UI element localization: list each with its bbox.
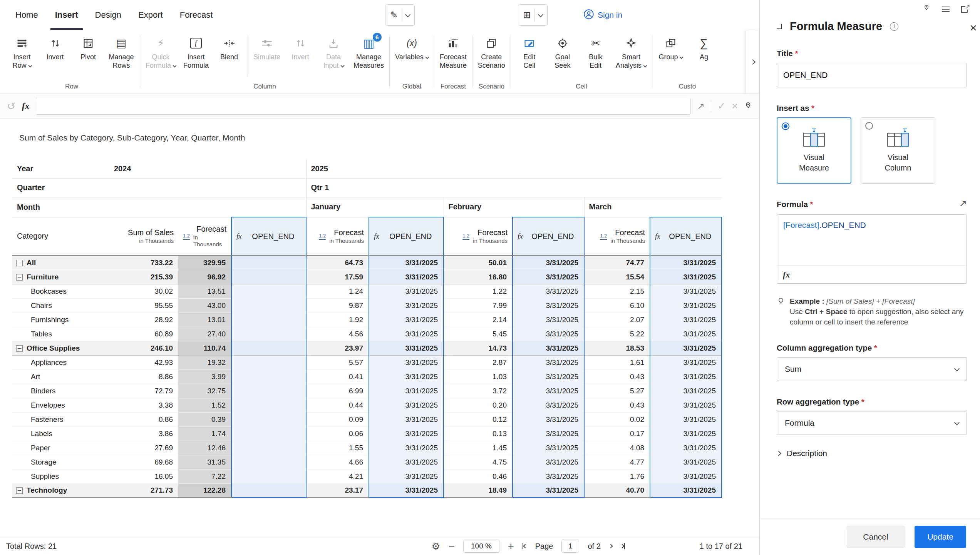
cell[interactable]: 3/31/2025 bbox=[369, 355, 444, 369]
cell[interactable] bbox=[231, 455, 306, 469]
row-label[interactable]: Binders bbox=[12, 384, 109, 398]
cell[interactable]: 6.99 bbox=[306, 384, 369, 398]
cell[interactable]: 3/31/2025 bbox=[650, 426, 722, 441]
last-page-button[interactable] bbox=[621, 543, 625, 549]
cell[interactable]: 12.46 bbox=[178, 441, 231, 455]
collapse-toggle-icon[interactable] bbox=[16, 345, 23, 352]
cell[interactable]: 1.52 bbox=[178, 398, 231, 412]
cell[interactable]: 18.49 bbox=[444, 483, 513, 498]
cell[interactable]: 3/31/2025 bbox=[369, 469, 444, 483]
edit-cell-button[interactable]: EditCell bbox=[513, 32, 546, 70]
page-number-input[interactable]: 1 bbox=[561, 540, 579, 553]
cell[interactable] bbox=[231, 256, 306, 270]
cell[interactable]: 3/31/2025 bbox=[513, 469, 584, 483]
cell[interactable]: 3/31/2025 bbox=[650, 270, 722, 284]
cell[interactable]: 95.55 bbox=[109, 298, 178, 313]
cell[interactable]: 1.61 bbox=[584, 355, 650, 369]
row-label[interactable]: Furnishings bbox=[12, 313, 109, 327]
cell[interactable]: 8.86 bbox=[109, 369, 178, 384]
cell[interactable]: 5.57 bbox=[306, 355, 369, 369]
cell[interactable]: 3/31/2025 bbox=[650, 284, 722, 298]
column-header[interactable]: fxOPEN_END bbox=[513, 217, 584, 256]
cell[interactable]: 27.69 bbox=[109, 441, 178, 455]
cancel-button[interactable]: Cancel bbox=[847, 526, 905, 548]
group-button[interactable]: Group bbox=[654, 32, 687, 61]
cell[interactable]: 60.89 bbox=[109, 327, 178, 341]
column-header[interactable]: fxOPEN_END bbox=[231, 217, 306, 256]
cell[interactable] bbox=[231, 398, 306, 412]
cell[interactable]: 3/31/2025 bbox=[513, 483, 584, 498]
cell[interactable] bbox=[231, 483, 306, 498]
row-label[interactable]: Tables bbox=[12, 327, 109, 341]
header-group-cell[interactable]: February bbox=[444, 197, 584, 217]
cell[interactable]: 3/31/2025 bbox=[513, 298, 584, 313]
cell[interactable]: 3/31/2025 bbox=[513, 355, 584, 369]
row-label[interactable]: Office Supplies bbox=[12, 341, 109, 355]
cell[interactable]: 5.45 bbox=[444, 327, 513, 341]
cell[interactable]: 2.07 bbox=[584, 313, 650, 327]
cell[interactable] bbox=[231, 313, 306, 327]
cell[interactable]: 3/31/2025 bbox=[513, 313, 584, 327]
header-group-cell[interactable]: 2025 bbox=[306, 159, 722, 178]
collapse-toggle-icon[interactable] bbox=[16, 274, 23, 281]
cell[interactable]: 329.95 bbox=[178, 256, 231, 270]
back-button[interactable] bbox=[777, 24, 782, 29]
tab-home[interactable]: Home bbox=[11, 0, 43, 30]
pin-icon[interactable] bbox=[923, 5, 930, 14]
expand-formula-icon[interactable]: ↗ bbox=[959, 198, 967, 209]
cell[interactable] bbox=[231, 284, 306, 298]
cell[interactable] bbox=[231, 426, 306, 441]
cell[interactable]: 3/31/2025 bbox=[369, 284, 444, 298]
edit-mode-button[interactable]: ✎ bbox=[385, 4, 415, 26]
formula-input[interactable] bbox=[36, 98, 691, 115]
tab-export[interactable]: Export bbox=[134, 0, 168, 30]
cell[interactable]: 3/31/2025 bbox=[513, 270, 584, 284]
manage-rows-button[interactable]: ▤ManageRows bbox=[105, 32, 138, 70]
cell[interactable]: 4.66 bbox=[306, 455, 369, 469]
cell[interactable]: 0.06 bbox=[306, 426, 369, 441]
row-label[interactable]: Fasteners bbox=[12, 412, 109, 426]
close-icon[interactable]: × bbox=[970, 22, 977, 34]
next-page-button[interactable] bbox=[609, 545, 612, 548]
cell[interactable] bbox=[231, 270, 306, 284]
tab-forecast[interactable]: Forecast bbox=[175, 0, 218, 30]
cell[interactable]: 2.87 bbox=[444, 355, 513, 369]
undo-icon[interactable]: ↺ bbox=[7, 100, 16, 112]
cell[interactable]: 3/31/2025 bbox=[650, 341, 722, 355]
cell[interactable]: 69.68 bbox=[109, 455, 178, 469]
cell[interactable] bbox=[231, 298, 306, 313]
cell[interactable]: 3/31/2025 bbox=[513, 455, 584, 469]
cell[interactable]: 15.54 bbox=[584, 270, 650, 284]
cell[interactable]: 3.99 bbox=[178, 369, 231, 384]
category-header[interactable]: Category bbox=[12, 217, 109, 256]
simulate-button[interactable]: Simulate bbox=[250, 32, 284, 61]
cell[interactable]: 3/31/2025 bbox=[650, 355, 722, 369]
cell[interactable]: 6.10 bbox=[584, 298, 650, 313]
data-input-button[interactable]: DataInput bbox=[317, 32, 350, 70]
cell[interactable]: 0.17 bbox=[584, 426, 650, 441]
cell[interactable]: 3/31/2025 bbox=[650, 327, 722, 341]
cell[interactable]: 271.73 bbox=[109, 483, 178, 498]
cell[interactable]: 4.56 bbox=[306, 327, 369, 341]
cell[interactable]: 3/31/2025 bbox=[650, 369, 722, 384]
row-label[interactable]: Supplies bbox=[12, 469, 109, 483]
variables-button[interactable]: (x)Variables bbox=[392, 32, 432, 61]
cell[interactable]: 3/31/2025 bbox=[650, 412, 722, 426]
smart-analysis-button[interactable]: SmartAnalysis bbox=[612, 32, 650, 70]
cell[interactable]: 3/31/2025 bbox=[369, 483, 444, 498]
ag-button[interactable]: ∑Ag bbox=[687, 32, 720, 61]
cell[interactable]: 72.79 bbox=[109, 384, 178, 398]
cell[interactable]: 14.73 bbox=[444, 341, 513, 355]
cell[interactable]: 1.24 bbox=[306, 284, 369, 298]
cell[interactable]: 3/31/2025 bbox=[513, 441, 584, 455]
collapse-toggle-icon[interactable] bbox=[16, 487, 23, 494]
cell[interactable]: 64.73 bbox=[306, 256, 369, 270]
cell[interactable]: 0.41 bbox=[306, 369, 369, 384]
row-label[interactable]: Appliances bbox=[12, 355, 109, 369]
row-label[interactable]: Envelopes bbox=[12, 398, 109, 412]
cell[interactable]: 0.20 bbox=[444, 398, 513, 412]
cell[interactable]: 23.17 bbox=[306, 483, 369, 498]
cell[interactable]: 42.93 bbox=[109, 355, 178, 369]
row-label[interactable]: Storage bbox=[12, 455, 109, 469]
cell[interactable]: 30.02 bbox=[109, 284, 178, 298]
